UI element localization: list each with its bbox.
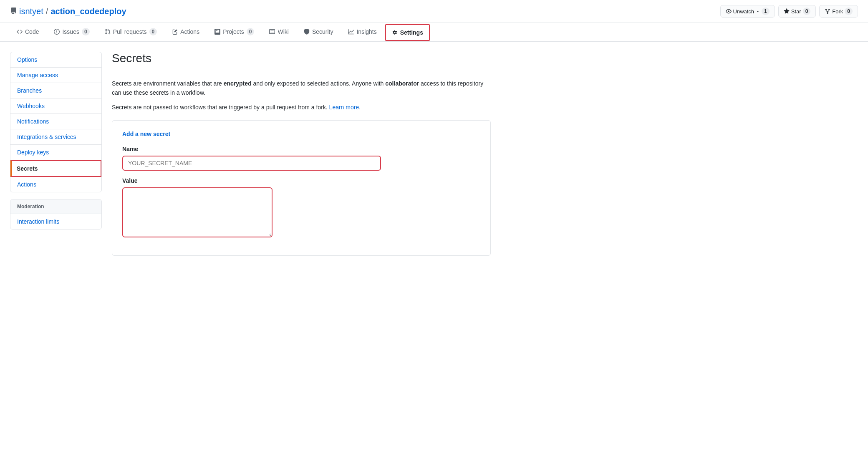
sidebar-item-options[interactable]: Options <box>10 52 101 68</box>
fork-label: Fork <box>832 8 843 15</box>
add-secret-link[interactable]: Add a new secret <box>122 131 480 137</box>
tab-settings[interactable]: Settings <box>385 24 430 41</box>
content-area: Secrets Secrets are environment variable… <box>112 52 491 256</box>
unwatch-label: Unwatch <box>733 8 754 15</box>
sidebar-moderation-section: Moderation Interaction limits <box>10 199 102 229</box>
star-label: Star <box>791 8 801 15</box>
tab-issues[interactable]: Issues 0 <box>47 23 96 41</box>
sidebar-item-branches[interactable]: Branches <box>10 83 101 98</box>
name-label: Name <box>122 146 480 152</box>
sidebar: Options Manage access Branches Webhooks … <box>10 52 102 256</box>
repo-title: isntyet / action_codedeploy <box>10 7 126 16</box>
unwatch-count: 1 <box>762 8 770 15</box>
fork-count: 0 <box>845 8 853 15</box>
secret-name-input[interactable] <box>122 156 381 171</box>
star-count: 0 <box>803 8 811 15</box>
tab-actions[interactable]: Actions <box>165 23 206 41</box>
value-form-group: Value <box>122 177 480 239</box>
nav-tabs: Code Issues 0 Pull requests 0 Actions Pr… <box>0 23 868 42</box>
top-bar: isntyet / action_codedeploy Unwatch 1 St… <box>0 0 868 23</box>
secret-form-box: Add a new secret Name Value <box>112 120 491 256</box>
repo-actions: Unwatch 1 Star 0 Fork 0 <box>720 5 858 18</box>
pull-requests-count: 0 <box>149 28 157 35</box>
projects-count: 0 <box>247 28 255 35</box>
star-button[interactable]: Star 0 <box>778 5 816 18</box>
main-content: Options Manage access Branches Webhooks … <box>0 42 501 266</box>
sidebar-item-interaction-limits[interactable]: Interaction limits <box>10 214 101 229</box>
repo-icon <box>10 7 17 16</box>
sidebar-item-manage-access[interactable]: Manage access <box>10 68 101 83</box>
description-1: Secrets are environment variables that a… <box>112 79 491 98</box>
fork-button[interactable]: Fork 0 <box>819 5 858 18</box>
tab-code[interactable]: Code <box>10 23 45 41</box>
repo-name[interactable]: action_codedeploy <box>50 7 126 16</box>
moderation-header: Moderation <box>10 199 101 214</box>
sidebar-item-notifications[interactable]: Notifications <box>10 114 101 129</box>
value-label: Value <box>122 177 480 184</box>
repo-separator: / <box>46 7 48 16</box>
tab-security[interactable]: Security <box>297 23 340 41</box>
tab-projects[interactable]: Projects 0 <box>208 23 261 41</box>
sidebar-item-secrets[interactable]: Secrets <box>10 160 101 177</box>
sidebar-main-section: Options Manage access Branches Webhooks … <box>10 52 102 192</box>
page-title: Secrets <box>112 52 491 72</box>
sidebar-item-actions[interactable]: Actions <box>10 177 101 192</box>
tab-wiki[interactable]: Wiki <box>262 23 295 41</box>
sidebar-item-webhooks[interactable]: Webhooks <box>10 98 101 114</box>
sidebar-item-deploy-keys[interactable]: Deploy keys <box>10 145 101 160</box>
name-form-group: Name <box>122 146 480 171</box>
description-2: Secrets are not passed to workflows that… <box>112 103 491 112</box>
tab-pull-requests[interactable]: Pull requests 0 <box>98 23 164 41</box>
unwatch-button[interactable]: Unwatch 1 <box>720 5 775 18</box>
repo-owner[interactable]: isntyet <box>19 7 43 16</box>
issues-count: 0 <box>82 28 90 35</box>
secret-value-input[interactable] <box>122 187 273 237</box>
sidebar-item-integrations[interactable]: Integrations & services <box>10 129 101 145</box>
tab-insights[interactable]: Insights <box>341 23 383 41</box>
learn-more-link[interactable]: Learn more <box>329 104 359 111</box>
